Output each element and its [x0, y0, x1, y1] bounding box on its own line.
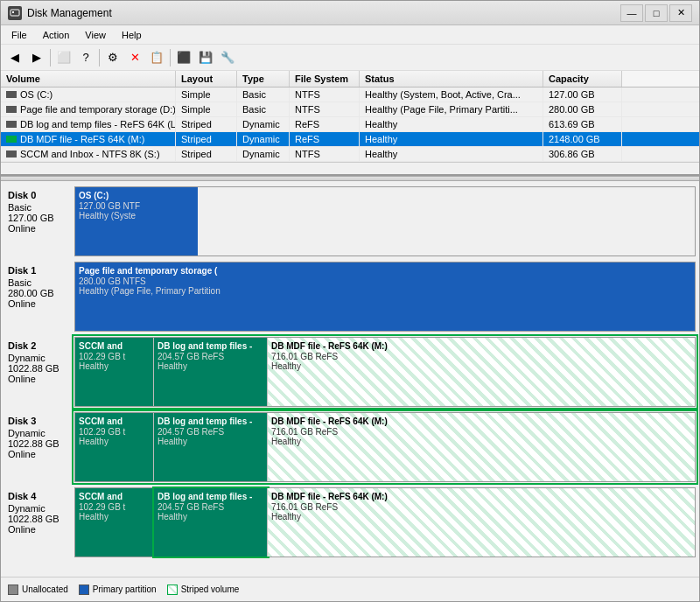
partition-dblog-2[interactable]: DB log and temp files - 204.57 GB ReFS H…: [154, 338, 268, 406]
disk-4-sublabel: Dynamic: [8, 503, 71, 514]
toolbar-btn-repair[interactable]: 🔧: [217, 47, 238, 68]
partition-title: SCCM and: [79, 492, 150, 501]
partition-sccm-2[interactable]: SCCM and 102.29 GB t Healthy: [75, 338, 154, 406]
disk-3-title: Disk 3: [8, 416, 71, 426]
disk-view-container: Disk 0 Basic 127.00 GB Online OS (C:) 12…: [1, 181, 699, 577]
maximize-button[interactable]: □: [645, 4, 668, 22]
partition-size: 102.29 GB t: [79, 352, 150, 361]
disk-label-0: Disk 0 Basic 127.00 GB Online: [4, 186, 74, 256]
partition-title: DB MDF file - ReFS 64K (M:): [271, 341, 691, 351]
horizontal-scrollbar[interactable]: [1, 162, 699, 174]
partition-status: Healthy (Syste: [79, 211, 194, 220]
table-row[interactable]: SCCM and Inbox - NTFS 8K (S:) Striped Dy…: [1, 147, 699, 162]
forward-button[interactable]: ▶: [26, 47, 47, 68]
cell-status-3: Healthy: [360, 132, 543, 146]
disk-2-partitions: SCCM and 102.29 GB t Healthy DB log and …: [74, 337, 696, 407]
disk-row-4: Disk 4 Dynamic 1022.88 GB Online SCCM an…: [4, 487, 696, 557]
minimize-button[interactable]: —: [620, 4, 643, 22]
menu-view[interactable]: View: [78, 28, 113, 42]
partition-status: Healthy: [79, 437, 150, 446]
cell-layout-0: Simple: [176, 88, 237, 102]
partition-status: Healthy: [79, 361, 150, 371]
col-header-volume[interactable]: Volume: [1, 71, 176, 87]
legend-primary: Primary partition: [79, 584, 157, 595]
back-button[interactable]: ◀: [4, 47, 25, 68]
disk-icon-0: [6, 91, 17, 98]
legend-striped: Striped volume: [167, 584, 240, 595]
disk-3-sublabel: Dynamic: [8, 428, 71, 438]
cell-status-4: Healthy: [360, 147, 543, 161]
disk-4-title: Disk 4: [8, 491, 71, 501]
toolbar-sep-1: [50, 49, 51, 66]
col-header-capacity[interactable]: Capacity: [543, 71, 622, 87]
partition-title: DB log and temp files -: [158, 492, 263, 501]
disk-1-title: Disk 1: [8, 265, 71, 276]
svg-rect-1: [12, 11, 14, 13]
toolbar-btn-disk[interactable]: ⬛: [173, 47, 194, 68]
table-row[interactable]: Page file and temporary storage (D:) Sim…: [1, 102, 699, 117]
partition-title: SCCM and: [79, 416, 150, 426]
disk-0-sublabel: Basic: [8, 202, 71, 213]
partition-mdf-2[interactable]: DB MDF file - ReFS 64K (M:) 716.01 GB Re…: [268, 338, 695, 406]
partition-sccm-3[interactable]: SCCM and 102.29 GB t Healthy: [75, 413, 154, 481]
toolbar-btn-save[interactable]: 💾: [195, 47, 216, 68]
app-icon: [8, 6, 22, 20]
cell-cap-4: 306.86 GB: [543, 147, 622, 161]
toolbar-sep-3: [170, 49, 171, 66]
cell-cap-1: 280.00 GB: [543, 102, 622, 116]
partition-sccm-4[interactable]: SCCM and 102.29 GB t Healthy: [75, 488, 154, 556]
disk-4-status: Online: [8, 524, 71, 535]
disk-1-size: 280.00 GB: [8, 288, 71, 298]
legend: Unallocated Primary partition Striped vo…: [1, 577, 699, 601]
partition-title: OS (C:): [79, 191, 194, 200]
partition-status: Healthy: [79, 512, 150, 522]
col-header-type[interactable]: Type: [237, 71, 290, 87]
col-header-layout[interactable]: Layout: [176, 71, 237, 87]
menu-file[interactable]: File: [4, 28, 34, 42]
window-title: Disk Management: [27, 7, 112, 19]
disk-row-2: Disk 2 Dynamic 1022.88 GB Online SCCM an…: [4, 337, 696, 407]
cell-volume-0: OS (C:): [1, 88, 176, 102]
menu-action[interactable]: Action: [36, 28, 77, 42]
col-header-status[interactable]: Status: [360, 71, 543, 87]
table-body: OS (C:) Simple Basic NTFS Healthy (Syste…: [1, 88, 699, 162]
toolbar-btn-settings[interactable]: ⚙: [102, 47, 123, 68]
cell-type-0: Basic: [237, 88, 290, 102]
partition-os-c[interactable]: OS (C:) 127.00 GB NTF Healthy (Syste: [75, 187, 198, 256]
main-content: Volume Layout Type File System Status Ca…: [1, 71, 699, 601]
partition-dblog-3[interactable]: DB log and temp files - 204.57 GB ReFS H…: [154, 413, 268, 481]
cell-type-4: Dynamic: [237, 147, 290, 161]
partition-size: 204.57 GB ReFS: [158, 427, 263, 437]
cell-fs-0: NTFS: [290, 88, 360, 102]
partition-mdf-4[interactable]: DB MDF file - ReFS 64K (M:) 716.01 GB Re…: [268, 488, 695, 556]
partition-size: 204.57 GB ReFS: [158, 502, 263, 512]
toolbar-btn-delete[interactable]: ✕: [124, 47, 145, 68]
close-button[interactable]: ✕: [669, 4, 692, 22]
table-row[interactable]: OS (C:) Simple Basic NTFS Healthy (Syste…: [1, 88, 699, 102]
toolbar-btn-view[interactable]: ⬜: [53, 47, 74, 68]
partition-dblog-4[interactable]: DB log and temp files - 204.57 GB ReFS H…: [154, 488, 268, 556]
partition-page-d[interactable]: Page file and temporary storage ( 280.00…: [75, 262, 695, 331]
cell-volume-4: SCCM and Inbox - NTFS 8K (S:): [1, 147, 176, 161]
menu-help[interactable]: Help: [115, 28, 149, 42]
partition-status: Healthy: [271, 361, 691, 371]
disk-0-partitions: OS (C:) 127.00 GB NTF Healthy (Syste: [74, 186, 696, 256]
disk-1-partitions: Page file and temporary storage ( 280.00…: [74, 262, 696, 332]
partition-size: 280.00 GB NTFS: [79, 276, 691, 286]
cell-volume-2: DB log and temp files - ReFS 64K (L:): [1, 117, 176, 131]
cell-fs-4: NTFS: [290, 147, 360, 161]
toolbar-btn-help[interactable]: ?: [75, 47, 96, 68]
table-row[interactable]: DB log and temp files - ReFS 64K (L:) St…: [1, 117, 699, 132]
legend-unallocated: Unallocated: [8, 584, 68, 595]
partition-status: Healthy: [158, 437, 263, 446]
disk-2-size: 1022.88 GB: [8, 363, 71, 374]
cell-volume-1: Page file and temporary storage (D:): [1, 102, 176, 116]
svg-rect-0: [10, 10, 19, 16]
table-row-selected[interactable]: DB MDF file - ReFS 64K (M:) Striped Dyna…: [1, 132, 699, 147]
cell-status-2: Healthy: [360, 117, 543, 131]
partition-mdf-3[interactable]: DB MDF file - ReFS 64K (M:) 716.01 GB Re…: [268, 413, 695, 481]
toolbar-btn-copy[interactable]: 📋: [146, 47, 167, 68]
title-bar: Disk Management — □ ✕: [1, 1, 699, 25]
partition-title: DB MDF file - ReFS 64K (M:): [271, 492, 691, 501]
col-header-fs[interactable]: File System: [290, 71, 360, 87]
